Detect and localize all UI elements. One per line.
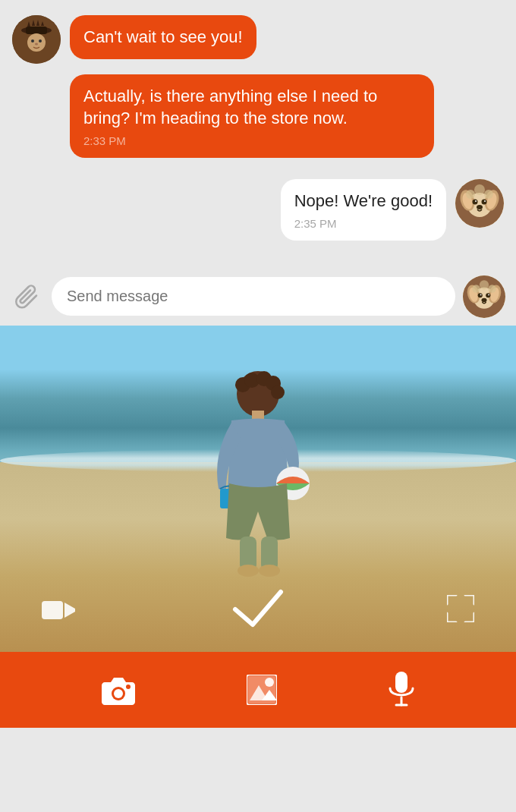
bottom-toolbar bbox=[0, 652, 516, 728]
svg-point-56 bbox=[126, 685, 131, 689]
message-time-3: 2:35 PM bbox=[294, 217, 433, 230]
camera-area[interactable] bbox=[0, 326, 516, 652]
svg-point-61 bbox=[265, 678, 274, 687]
message-text-3: Nope! We're good! bbox=[294, 190, 433, 212]
svg-point-38 bbox=[480, 280, 489, 289]
svg-point-33 bbox=[480, 294, 482, 295]
svg-point-50 bbox=[238, 565, 259, 577]
attach-button[interactable] bbox=[11, 280, 44, 313]
svg-point-55 bbox=[114, 689, 123, 698]
svg-point-36 bbox=[472, 285, 480, 293]
svg-point-21 bbox=[477, 205, 483, 209]
photo-gallery-button[interactable] bbox=[247, 675, 277, 705]
message-row-2: Actually, is there anything else I need … bbox=[12, 74, 504, 164]
receiver-avatar-3 bbox=[455, 179, 504, 228]
message-bubble-3: Nope! We're good! 2:35 PM bbox=[281, 179, 446, 241]
svg-point-34 bbox=[488, 294, 489, 295]
svg-point-7 bbox=[27, 33, 46, 52]
message-time-2: 2:33 PM bbox=[83, 134, 420, 147]
svg-rect-63 bbox=[395, 672, 407, 693]
svg-point-35 bbox=[482, 298, 487, 302]
svg-point-24 bbox=[474, 184, 485, 195]
svg-point-17 bbox=[473, 200, 478, 205]
expand-button[interactable] bbox=[447, 595, 474, 625]
svg-point-9 bbox=[39, 39, 42, 42]
person-silhouette bbox=[197, 371, 319, 599]
video-button[interactable] bbox=[42, 598, 75, 625]
svg-point-51 bbox=[259, 565, 280, 577]
svg-point-20 bbox=[484, 200, 486, 202]
svg-point-37 bbox=[488, 285, 496, 293]
message-row-1: Can't wait to see you! bbox=[12, 15, 504, 65]
microphone-button[interactable] bbox=[389, 672, 414, 708]
bubble-group-2: Actually, is there anything else I need … bbox=[70, 74, 434, 164]
svg-marker-53 bbox=[64, 603, 75, 618]
svg-point-19 bbox=[475, 200, 477, 202]
message-text-2: Actually, is there anything else I need … bbox=[83, 85, 420, 130]
bubble-group-3: Nope! We're good! 2:35 PM bbox=[281, 179, 446, 247]
bubble-group-1: Can't wait to see you! bbox=[70, 15, 256, 65]
message-input[interactable] bbox=[67, 288, 440, 305]
chat-area: Can't wait to see you! Actually, is ther… bbox=[0, 0, 516, 268]
svg-point-32 bbox=[486, 293, 490, 297]
svg-point-44 bbox=[271, 386, 285, 399]
message-row-3: Nope! We're good! 2:35 PM bbox=[12, 179, 504, 247]
svg-point-23 bbox=[484, 190, 493, 199]
svg-rect-52 bbox=[42, 601, 63, 619]
user-avatar-input bbox=[463, 275, 505, 318]
checkmark-button[interactable] bbox=[231, 588, 285, 633]
svg-rect-2 bbox=[26, 27, 47, 34]
svg-point-10 bbox=[35, 43, 38, 46]
message-input-container[interactable] bbox=[52, 277, 455, 316]
svg-point-22 bbox=[466, 190, 475, 199]
message-bubble-1: Can't wait to see you! bbox=[70, 15, 256, 59]
svg-point-18 bbox=[482, 200, 487, 205]
message-bubble-2: Actually, is there anything else I need … bbox=[70, 74, 434, 158]
message-text-1: Can't wait to see you! bbox=[83, 26, 243, 49]
svg-point-31 bbox=[478, 293, 483, 297]
svg-point-8 bbox=[31, 39, 34, 42]
sender-avatar-1 bbox=[12, 15, 61, 64]
camera-button[interactable] bbox=[102, 675, 135, 705]
input-row bbox=[0, 268, 516, 326]
